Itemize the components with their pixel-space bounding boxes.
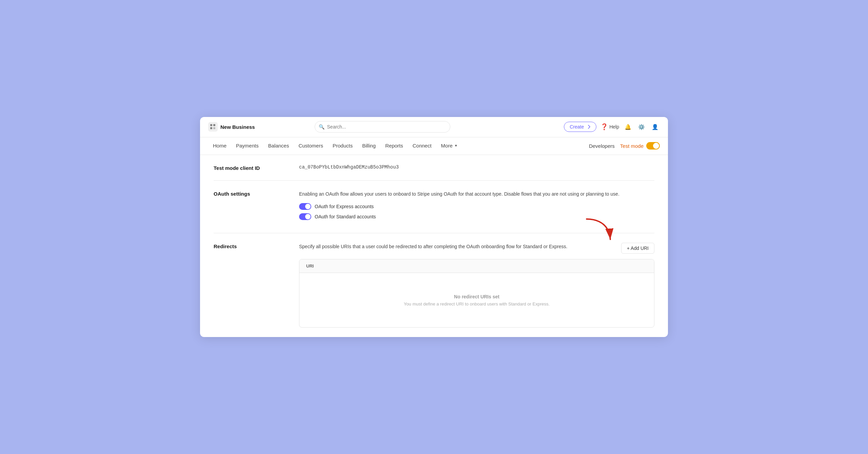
nav-home[interactable]: Home: [208, 137, 231, 155]
oauth-standard-toggle[interactable]: [299, 213, 311, 220]
search-icon: 🔍: [319, 124, 324, 130]
user-icon[interactable]: 👤: [650, 122, 660, 132]
create-label: Create: [570, 124, 584, 130]
svg-rect-2: [210, 127, 212, 129]
business-name: New Business: [220, 124, 255, 130]
navigation: Home Payments Balances Customers Product…: [200, 137, 668, 155]
oauth-express-label: OAuth for Express accounts: [315, 204, 374, 209]
no-uris-title: No redirect URIs set: [454, 294, 499, 299]
client-id-value: ca_07BoPYbLtbDxnWhgaDEMzuB5o3PMhou3: [299, 164, 654, 170]
test-mode-label: Test mode: [620, 143, 644, 149]
uri-table-body: No redirect URIs set You must define a r…: [299, 273, 654, 327]
add-uri-button[interactable]: + Add URI: [621, 243, 654, 254]
no-uris-desc: You must define a redirect URI to onboar…: [404, 301, 550, 307]
chevron-down-icon: ▾: [455, 143, 457, 148]
redirects-label: Redirects: [214, 243, 288, 249]
svg-rect-0: [210, 124, 212, 126]
client-id-label: Test mode client ID: [214, 164, 288, 171]
header-actions: Create ❓ Help 🔔 ⚙️ 👤: [564, 122, 660, 132]
nav-billing[interactable]: Billing: [357, 137, 380, 155]
nav-right: Developers Test mode: [589, 142, 660, 150]
oauth-standard-row: OAuth for Standard accounts: [299, 213, 654, 220]
developers-link[interactable]: Developers: [589, 143, 615, 149]
oauth-settings-value: Enabling an OAuth flow allows your users…: [299, 190, 654, 223]
redirects-header: Specify all possible URIs that a user co…: [299, 243, 654, 254]
redirects-value: Specify all possible URIs that a user co…: [299, 243, 654, 328]
oauth-standard-label: OAuth for Standard accounts: [315, 214, 376, 219]
search-bar[interactable]: 🔍: [315, 121, 450, 133]
nav-products[interactable]: Products: [328, 137, 357, 155]
help-button[interactable]: ❓ Help: [600, 123, 619, 131]
notifications-icon[interactable]: 🔔: [623, 122, 633, 132]
content-area: Test mode client ID ca_07BoPYbLtbDxnWhga…: [200, 155, 668, 337]
main-window: New Business 🔍 Create ❓ Help 🔔 ⚙️ 👤 Home…: [200, 117, 668, 337]
uri-table-header: URI: [299, 259, 654, 273]
oauth-settings-row: OAuth settings Enabling an OAuth flow al…: [214, 181, 654, 233]
nav-balances[interactable]: Balances: [263, 137, 294, 155]
nav-payments[interactable]: Payments: [231, 137, 263, 155]
logo-icon: [208, 122, 218, 132]
test-mode-toggle-area[interactable]: Test mode: [620, 142, 660, 150]
settings-icon[interactable]: ⚙️: [637, 122, 646, 132]
header: New Business 🔍 Create ❓ Help 🔔 ⚙️ 👤: [200, 117, 668, 137]
nav-reports[interactable]: Reports: [380, 137, 408, 155]
oauth-express-toggle[interactable]: [299, 203, 311, 210]
redirects-description: Specify all possible URIs that a user co…: [299, 243, 610, 250]
nav-connect[interactable]: Connect: [408, 137, 436, 155]
nav-more[interactable]: More ▾: [436, 137, 462, 155]
redirects-row: Redirects Specify all possible URIs that…: [214, 233, 654, 337]
create-button[interactable]: Create: [564, 122, 596, 132]
svg-rect-1: [213, 124, 215, 126]
oauth-description: Enabling an OAuth flow allows your users…: [299, 190, 654, 198]
test-mode-toggle[interactable]: [646, 142, 660, 150]
client-id-row: Test mode client ID ca_07BoPYbLtbDxnWhga…: [214, 155, 654, 181]
add-uri-label: + Add URI: [627, 245, 649, 251]
uri-table: URI No redirect URIs set You must define…: [299, 259, 654, 328]
oauth-label: OAuth settings: [214, 190, 288, 197]
svg-rect-3: [213, 127, 215, 129]
oauth-express-row: OAuth for Express accounts: [299, 203, 654, 210]
search-input[interactable]: [315, 121, 450, 133]
help-label: Help: [609, 124, 619, 130]
nav-customers[interactable]: Customers: [294, 137, 328, 155]
help-icon: ❓: [600, 123, 608, 131]
logo-area[interactable]: New Business: [208, 122, 255, 132]
